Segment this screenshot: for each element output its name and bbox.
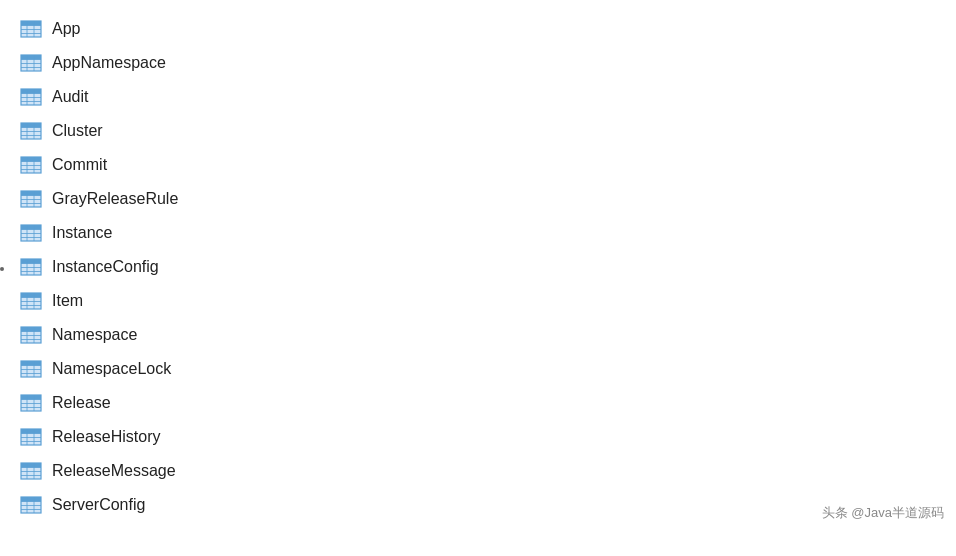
- list-item: Item: [20, 284, 956, 318]
- svg-rect-15: [21, 89, 41, 94]
- list-item: Release: [20, 386, 956, 420]
- table-icon: [20, 462, 42, 480]
- item-label: App: [52, 20, 80, 38]
- table-icon: [20, 54, 42, 72]
- item-label: Commit: [52, 156, 107, 174]
- table-icon: [20, 88, 42, 106]
- item-label: ServerConfig: [52, 496, 145, 514]
- item-label: ReleaseHistory: [52, 428, 160, 446]
- table-icon: [20, 292, 42, 310]
- item-label: ReleaseMessage: [52, 462, 176, 480]
- item-label: InstanceConfig: [52, 258, 159, 276]
- list-item: ServerConfig: [20, 488, 956, 522]
- watermark: 头条 @Java半道源码: [822, 504, 944, 522]
- edge-dot: [0, 267, 4, 271]
- list-item: GrayReleaseRule: [20, 182, 956, 216]
- svg-rect-78: [21, 395, 41, 400]
- svg-rect-36: [21, 191, 41, 196]
- table-icon: [20, 122, 42, 140]
- table-icon: [20, 496, 42, 514]
- item-label: Audit: [52, 88, 88, 106]
- item-label: GrayReleaseRule: [52, 190, 178, 208]
- list-item: App: [20, 12, 956, 46]
- table-icon: [20, 428, 42, 446]
- item-label: Namespace: [52, 326, 137, 344]
- list-item: Namespace: [20, 318, 956, 352]
- list-item: Audit: [20, 80, 956, 114]
- svg-rect-64: [21, 327, 41, 332]
- svg-rect-8: [21, 55, 41, 60]
- svg-rect-57: [21, 293, 41, 298]
- list-item: NamespaceLock: [20, 352, 956, 386]
- list-item: InstanceConfig: [20, 250, 956, 284]
- svg-rect-29: [21, 157, 41, 162]
- list-item: Instance: [20, 216, 956, 250]
- table-icon: [20, 326, 42, 344]
- item-label: AppNamespace: [52, 54, 166, 72]
- list-item: AppNamespace: [20, 46, 956, 80]
- item-label: NamespaceLock: [52, 360, 171, 378]
- svg-rect-92: [21, 463, 41, 468]
- table-icon: [20, 156, 42, 174]
- list-item: Cluster: [20, 114, 956, 148]
- svg-rect-22: [21, 123, 41, 128]
- svg-rect-50: [21, 259, 41, 264]
- list-item: Commit: [20, 148, 956, 182]
- svg-rect-1: [21, 21, 41, 26]
- item-label: Instance: [52, 224, 112, 242]
- svg-rect-99: [21, 497, 41, 502]
- table-icon: [20, 190, 42, 208]
- list-item: ReleaseHistory: [20, 420, 956, 454]
- item-label: Release: [52, 394, 111, 412]
- table-icon: [20, 360, 42, 378]
- svg-rect-43: [21, 225, 41, 230]
- svg-rect-71: [21, 361, 41, 366]
- table-icon: [20, 20, 42, 38]
- svg-rect-85: [21, 429, 41, 434]
- item-label: Item: [52, 292, 83, 310]
- main-content: AppAppNamespaceAuditClusterCommitGrayRel…: [0, 0, 956, 534]
- table-icon: [20, 394, 42, 412]
- table-icon: [20, 258, 42, 276]
- item-label: Cluster: [52, 122, 103, 140]
- items-list: AppAppNamespaceAuditClusterCommitGrayRel…: [20, 12, 956, 522]
- list-item: ReleaseMessage: [20, 454, 956, 488]
- table-icon: [20, 224, 42, 242]
